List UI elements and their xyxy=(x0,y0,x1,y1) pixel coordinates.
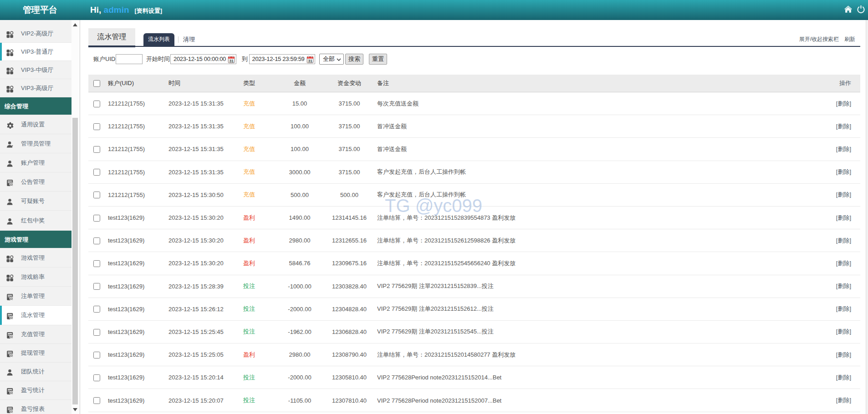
svg-text:31: 31 xyxy=(229,58,234,63)
svg-text:31: 31 xyxy=(308,58,312,63)
